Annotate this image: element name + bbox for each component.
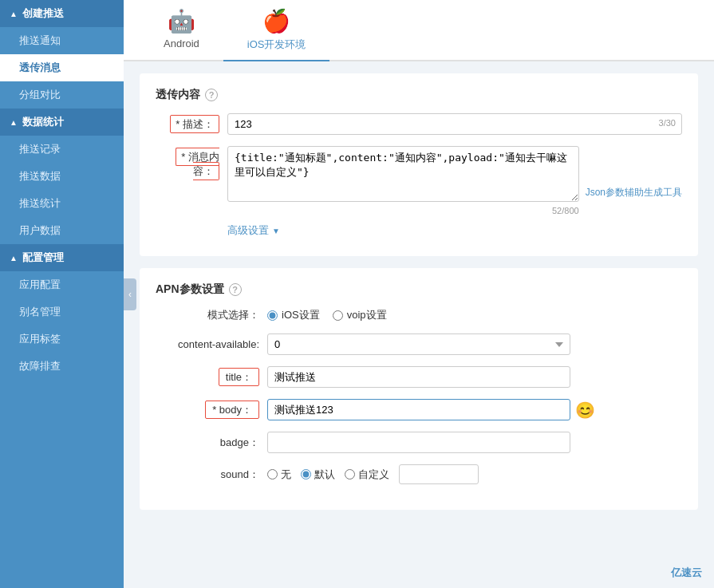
logo-text: 亿速云 [671, 566, 702, 578]
desc-char-count: 3/30 [659, 118, 676, 128]
sound-row: sound： 无 默认 自定义 [156, 464, 682, 484]
section-title-apn: APN参数设置 ? [156, 282, 682, 297]
msg-label: * 消息内容： [176, 148, 219, 180]
transparent-content-section: 透传内容 ? * 描述： 3/30 * 消息内容： {title [140, 73, 698, 256]
mode-ios-option[interactable]: iOS设置 [267, 308, 320, 322]
msg-input-wrap: {title:"通知标题",content:"通知内容",payload:"通知… [227, 146, 579, 215]
sound-custom-label: 自定义 [358, 468, 389, 482]
sidebar-group-label-stats: 数据统计 [22, 115, 64, 129]
content-available-row: content-available: 0 1 [156, 333, 682, 355]
sound-none-option[interactable]: 无 [267, 468, 291, 482]
badge-row: badge： [156, 432, 682, 453]
body-row: * body： 😊 [156, 399, 682, 420]
sidebar-item-alias-mgmt[interactable]: 别名管理 [0, 298, 124, 326]
help-icon[interactable]: ? [205, 89, 218, 101]
dropdown-arrow-icon: ▼ [272, 227, 280, 235]
sidebar-item-app-config[interactable]: 应用配置 [0, 271, 124, 298]
sidebar-group-label-create: 创建推送 [22, 6, 64, 21]
mode-row: 模式选择： iOS设置 voip设置 [156, 308, 682, 322]
apn-title-text: APN参数设置 [156, 282, 224, 297]
msg-textarea[interactable]: {title:"通知标题",content:"通知内容",payload:"通知… [227, 146, 579, 202]
badge-input[interactable] [267, 432, 570, 453]
sidebar-group-header-stats[interactable]: ▲ 数据统计 [0, 109, 124, 136]
json-tool-link-wrap: Json参数辅助生成工具 [579, 146, 682, 199]
apple-icon: 🍎 [262, 8, 290, 34]
sidebar-item-label: 推送统计 [19, 197, 61, 209]
body-label: * body： [205, 401, 259, 419]
emoji-icon[interactable]: 😊 [575, 401, 595, 420]
chevron-left-icon: ‹ [128, 289, 132, 300]
sound-custom-radio[interactable] [345, 469, 355, 479]
sidebar-item-label: 应用配置 [19, 278, 61, 290]
main-content: 🤖 Android 🍎 iOS开发环境 透传内容 ? * 描述： 3/30 [124, 0, 714, 588]
tab-android-label: Android [164, 37, 199, 49]
sidebar-item-fault-check[interactable]: 故障排查 [0, 353, 124, 380]
badge-label: badge： [156, 436, 267, 450]
sound-label: sound： [156, 468, 267, 482]
msg-char-count: 52/800 [227, 206, 579, 215]
sidebar-item-label: 故障排查 [19, 360, 61, 372]
desc-row: * 描述： 3/30 [156, 113, 682, 135]
sound-custom-input[interactable] [399, 464, 479, 484]
sound-default-option[interactable]: 默认 [301, 468, 335, 482]
advanced-settings-link[interactable]: 高级设置 ▼ [227, 223, 280, 238]
advanced-settings-label: 高级设置 [227, 223, 269, 238]
sidebar-item-transparent-msg[interactable]: 透传消息 [0, 54, 124, 81]
tab-bar: 🤖 Android 🍎 iOS开发环境 [124, 0, 714, 61]
mode-options: iOS设置 voip设置 [267, 308, 387, 322]
title-row: title： [156, 366, 682, 388]
desc-label: * 描述： [170, 115, 219, 133]
body-input[interactable] [267, 399, 570, 420]
sound-none-radio[interactable] [267, 469, 278, 479]
msg-label-box: * 消息内容： [156, 146, 227, 179]
content-available-input-wrap: 0 1 [267, 333, 570, 355]
json-tool-link[interactable]: Json参数辅助生成工具 [586, 187, 682, 198]
sound-default-label: 默认 [314, 468, 335, 482]
sidebar-item-user-data[interactable]: 用户数据 [0, 217, 124, 244]
arrow-icon: ▲ [10, 10, 18, 18]
sidebar-group-header-create[interactable]: ▲ 创建推送 [0, 0, 124, 27]
mode-ios-radio[interactable] [267, 310, 278, 321]
sidebar-item-push-data[interactable]: 推送数据 [0, 163, 124, 190]
sidebar-group-header-config[interactable]: ▲ 配置管理 [0, 244, 124, 271]
section-title-transparent: 透传内容 ? [156, 88, 682, 102]
sidebar-group-label-config: 配置管理 [22, 251, 64, 265]
sidebar-item-app-tags[interactable]: 应用标签 [0, 326, 124, 353]
sidebar: ▲ 创建推送 推送通知 透传消息 分组对比 ▲ 数据统计 推送记录 推送数据 推… [0, 0, 124, 588]
desc-label-box: * 描述： [156, 117, 227, 132]
tab-android[interactable]: 🤖 Android [140, 0, 223, 61]
mode-voip-label: voip设置 [347, 308, 387, 322]
msg-row: * 消息内容： {title:"通知标题",content:"通知内容",pay… [156, 146, 682, 215]
sidebar-item-label: 应用标签 [19, 333, 61, 345]
content-available-select[interactable]: 0 1 [267, 333, 570, 355]
mode-ios-label: iOS设置 [282, 308, 320, 322]
sidebar-item-label: 推送记录 [19, 143, 61, 155]
sound-default-radio[interactable] [301, 469, 311, 479]
title-input[interactable] [267, 366, 570, 388]
mode-voip-radio[interactable] [333, 310, 343, 321]
sidebar-collapse-handle[interactable]: ‹ [124, 278, 136, 310]
section-title-text: 透传内容 [156, 88, 200, 102]
apn-help-icon[interactable]: ? [229, 283, 242, 296]
desc-input-wrap: 3/30 [227, 113, 682, 135]
sidebar-item-label: 推送数据 [19, 170, 61, 182]
mode-voip-option[interactable]: voip设置 [333, 308, 387, 322]
body-label-wrap: * body： [156, 403, 267, 417]
title-label: title： [219, 368, 259, 386]
tab-ios[interactable]: 🍎 iOS开发环境 [223, 0, 330, 61]
sidebar-item-group-compare[interactable]: 分组对比 [0, 81, 124, 109]
sidebar-item-label: 别名管理 [19, 306, 61, 318]
sidebar-item-label: 用户数据 [19, 224, 61, 236]
arrow-icon: ▲ [10, 254, 18, 262]
bottom-logo: 亿速云 [671, 566, 702, 580]
sound-custom-option[interactable]: 自定义 [345, 468, 389, 482]
sidebar-item-push-record[interactable]: 推送记录 [0, 136, 124, 163]
sidebar-item-label: 分组对比 [19, 89, 61, 101]
desc-input[interactable] [227, 113, 682, 135]
sidebar-item-label: 透传消息 [19, 61, 61, 73]
sidebar-item-push-stats[interactable]: 推送统计 [0, 190, 124, 217]
advanced-settings-row: 高级设置 ▼ [227, 223, 682, 238]
android-icon: 🤖 [168, 8, 195, 34]
apn-settings-section: APN参数设置 ? 模式选择： iOS设置 voip设置 content-ava… [140, 268, 698, 510]
sidebar-item-push-notify[interactable]: 推送通知 [0, 27, 124, 54]
